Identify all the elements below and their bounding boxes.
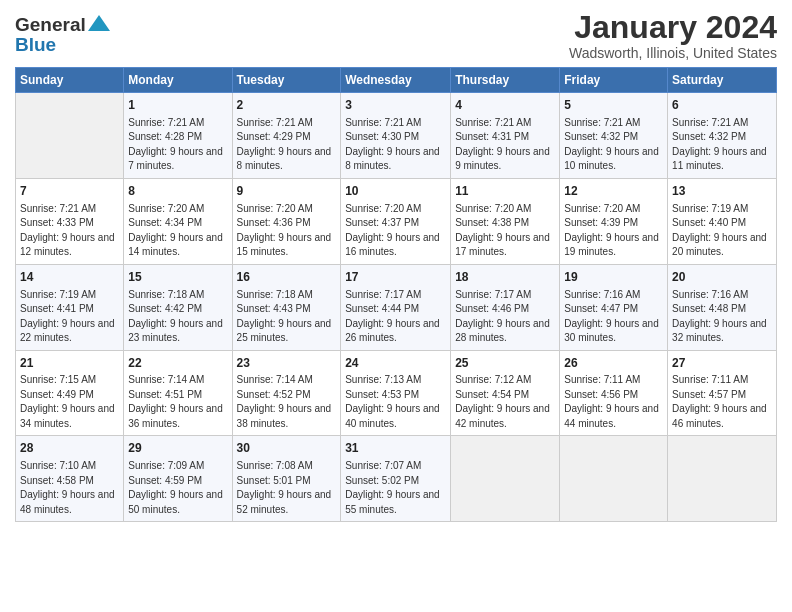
cell-detail: Sunrise: 7:21 AM Sunset: 4:29 PM Dayligh… <box>237 116 337 174</box>
calendar-cell: 30Sunrise: 7:08 AM Sunset: 5:01 PM Dayli… <box>232 436 341 522</box>
calendar-cell <box>668 436 777 522</box>
day-number: 10 <box>345 183 446 200</box>
calendar-cell: 17Sunrise: 7:17 AM Sunset: 4:44 PM Dayli… <box>341 264 451 350</box>
calendar-cell <box>451 436 560 522</box>
cell-detail: Sunrise: 7:21 AM Sunset: 4:32 PM Dayligh… <box>564 116 663 174</box>
cell-detail: Sunrise: 7:16 AM Sunset: 4:47 PM Dayligh… <box>564 288 663 346</box>
cell-detail: Sunrise: 7:21 AM Sunset: 4:31 PM Dayligh… <box>455 116 555 174</box>
title-block: January 2024 Wadsworth, Illinois, United… <box>569 10 777 61</box>
calendar-cell: 10Sunrise: 7:20 AM Sunset: 4:37 PM Dayli… <box>341 178 451 264</box>
calendar-cell: 23Sunrise: 7:14 AM Sunset: 4:52 PM Dayli… <box>232 350 341 436</box>
day-number: 6 <box>672 97 772 114</box>
calendar-cell: 21Sunrise: 7:15 AM Sunset: 4:49 PM Dayli… <box>16 350 124 436</box>
day-header-tuesday: Tuesday <box>232 68 341 93</box>
calendar-cell: 19Sunrise: 7:16 AM Sunset: 4:47 PM Dayli… <box>560 264 668 350</box>
day-number: 3 <box>345 97 446 114</box>
day-number: 22 <box>128 355 227 372</box>
day-number: 9 <box>237 183 337 200</box>
day-header-wednesday: Wednesday <box>341 68 451 93</box>
cell-detail: Sunrise: 7:14 AM Sunset: 4:52 PM Dayligh… <box>237 373 337 431</box>
cell-detail: Sunrise: 7:17 AM Sunset: 4:46 PM Dayligh… <box>455 288 555 346</box>
day-number: 18 <box>455 269 555 286</box>
day-number: 24 <box>345 355 446 372</box>
cell-detail: Sunrise: 7:20 AM Sunset: 4:36 PM Dayligh… <box>237 202 337 260</box>
calendar-cell: 13Sunrise: 7:19 AM Sunset: 4:40 PM Dayli… <box>668 178 777 264</box>
day-number: 12 <box>564 183 663 200</box>
cell-detail: Sunrise: 7:11 AM Sunset: 4:57 PM Dayligh… <box>672 373 772 431</box>
calendar-week-4: 21Sunrise: 7:15 AM Sunset: 4:49 PM Dayli… <box>16 350 777 436</box>
day-number: 17 <box>345 269 446 286</box>
day-header-saturday: Saturday <box>668 68 777 93</box>
calendar-cell: 24Sunrise: 7:13 AM Sunset: 4:53 PM Dayli… <box>341 350 451 436</box>
calendar-cell: 4Sunrise: 7:21 AM Sunset: 4:31 PM Daylig… <box>451 93 560 179</box>
cell-detail: Sunrise: 7:18 AM Sunset: 4:43 PM Dayligh… <box>237 288 337 346</box>
calendar-cell <box>560 436 668 522</box>
day-number: 16 <box>237 269 337 286</box>
cell-detail: Sunrise: 7:09 AM Sunset: 4:59 PM Dayligh… <box>128 459 227 517</box>
cell-detail: Sunrise: 7:19 AM Sunset: 4:40 PM Dayligh… <box>672 202 772 260</box>
cell-detail: Sunrise: 7:12 AM Sunset: 4:54 PM Dayligh… <box>455 373 555 431</box>
day-number: 1 <box>128 97 227 114</box>
day-number: 19 <box>564 269 663 286</box>
logo-general-text: General <box>15 14 86 36</box>
calendar-table: SundayMondayTuesdayWednesdayThursdayFrid… <box>15 67 777 522</box>
cell-detail: Sunrise: 7:15 AM Sunset: 4:49 PM Dayligh… <box>20 373 119 431</box>
calendar-cell: 11Sunrise: 7:20 AM Sunset: 4:38 PM Dayli… <box>451 178 560 264</box>
day-number: 2 <box>237 97 337 114</box>
calendar-cell: 1Sunrise: 7:21 AM Sunset: 4:28 PM Daylig… <box>124 93 232 179</box>
calendar-cell: 2Sunrise: 7:21 AM Sunset: 4:29 PM Daylig… <box>232 93 341 179</box>
day-number: 8 <box>128 183 227 200</box>
day-number: 13 <box>672 183 772 200</box>
calendar-cell: 14Sunrise: 7:19 AM Sunset: 4:41 PM Dayli… <box>16 264 124 350</box>
cell-detail: Sunrise: 7:21 AM Sunset: 4:28 PM Dayligh… <box>128 116 227 174</box>
calendar-cell: 7Sunrise: 7:21 AM Sunset: 4:33 PM Daylig… <box>16 178 124 264</box>
calendar-cell: 25Sunrise: 7:12 AM Sunset: 4:54 PM Dayli… <box>451 350 560 436</box>
calendar-cell: 18Sunrise: 7:17 AM Sunset: 4:46 PM Dayli… <box>451 264 560 350</box>
day-number: 23 <box>237 355 337 372</box>
calendar-cell: 26Sunrise: 7:11 AM Sunset: 4:56 PM Dayli… <box>560 350 668 436</box>
day-number: 26 <box>564 355 663 372</box>
logo-blue-text: Blue <box>15 34 56 56</box>
month-title: January 2024 <box>569 10 777 45</box>
cell-detail: Sunrise: 7:19 AM Sunset: 4:41 PM Dayligh… <box>20 288 119 346</box>
calendar-cell: 3Sunrise: 7:21 AM Sunset: 4:30 PM Daylig… <box>341 93 451 179</box>
cell-detail: Sunrise: 7:14 AM Sunset: 4:51 PM Dayligh… <box>128 373 227 431</box>
calendar-cell: 15Sunrise: 7:18 AM Sunset: 4:42 PM Dayli… <box>124 264 232 350</box>
calendar-cell: 27Sunrise: 7:11 AM Sunset: 4:57 PM Dayli… <box>668 350 777 436</box>
logo: General Blue <box>15 14 110 56</box>
calendar-cell: 16Sunrise: 7:18 AM Sunset: 4:43 PM Dayli… <box>232 264 341 350</box>
calendar-cell: 9Sunrise: 7:20 AM Sunset: 4:36 PM Daylig… <box>232 178 341 264</box>
day-number: 20 <box>672 269 772 286</box>
cell-detail: Sunrise: 7:20 AM Sunset: 4:38 PM Dayligh… <box>455 202 555 260</box>
cell-detail: Sunrise: 7:16 AM Sunset: 4:48 PM Dayligh… <box>672 288 772 346</box>
day-number: 29 <box>128 440 227 457</box>
cell-detail: Sunrise: 7:11 AM Sunset: 4:56 PM Dayligh… <box>564 373 663 431</box>
day-number: 15 <box>128 269 227 286</box>
day-header-monday: Monday <box>124 68 232 93</box>
day-number: 30 <box>237 440 337 457</box>
day-header-friday: Friday <box>560 68 668 93</box>
cell-detail: Sunrise: 7:21 AM Sunset: 4:32 PM Dayligh… <box>672 116 772 174</box>
cell-detail: Sunrise: 7:20 AM Sunset: 4:34 PM Dayligh… <box>128 202 227 260</box>
calendar-cell: 29Sunrise: 7:09 AM Sunset: 4:59 PM Dayli… <box>124 436 232 522</box>
day-number: 27 <box>672 355 772 372</box>
cell-detail: Sunrise: 7:21 AM Sunset: 4:30 PM Dayligh… <box>345 116 446 174</box>
calendar-cell <box>16 93 124 179</box>
calendar-cell: 5Sunrise: 7:21 AM Sunset: 4:32 PM Daylig… <box>560 93 668 179</box>
svg-marker-0 <box>88 15 110 31</box>
calendar-cell: 20Sunrise: 7:16 AM Sunset: 4:48 PM Dayli… <box>668 264 777 350</box>
day-number: 25 <box>455 355 555 372</box>
calendar-week-5: 28Sunrise: 7:10 AM Sunset: 4:58 PM Dayli… <box>16 436 777 522</box>
cell-detail: Sunrise: 7:18 AM Sunset: 4:42 PM Dayligh… <box>128 288 227 346</box>
cell-detail: Sunrise: 7:17 AM Sunset: 4:44 PM Dayligh… <box>345 288 446 346</box>
cell-detail: Sunrise: 7:21 AM Sunset: 4:33 PM Dayligh… <box>20 202 119 260</box>
day-number: 7 <box>20 183 119 200</box>
calendar-week-2: 7Sunrise: 7:21 AM Sunset: 4:33 PM Daylig… <box>16 178 777 264</box>
day-number: 4 <box>455 97 555 114</box>
day-header-thursday: Thursday <box>451 68 560 93</box>
day-number: 31 <box>345 440 446 457</box>
calendar-header-row: SundayMondayTuesdayWednesdayThursdayFrid… <box>16 68 777 93</box>
cell-detail: Sunrise: 7:10 AM Sunset: 4:58 PM Dayligh… <box>20 459 119 517</box>
calendar-cell: 22Sunrise: 7:14 AM Sunset: 4:51 PM Dayli… <box>124 350 232 436</box>
cell-detail: Sunrise: 7:07 AM Sunset: 5:02 PM Dayligh… <box>345 459 446 517</box>
